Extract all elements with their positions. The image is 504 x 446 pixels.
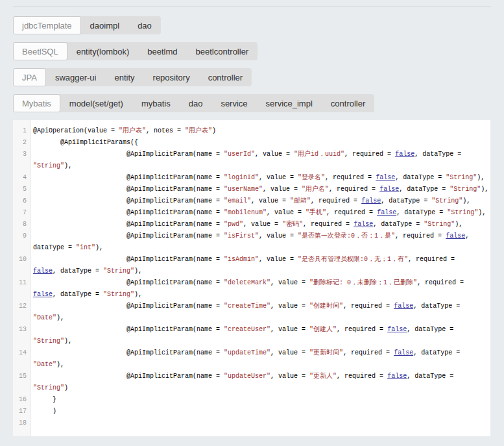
string-literal: "用户表" (185, 127, 212, 134)
keyword-false: false (376, 174, 395, 181)
tab-group-label-jpa[interactable]: JPA (13, 68, 46, 86)
code-line: 8 @ApiImplicitParam(name = "pwd", value … (13, 219, 490, 230)
line-number: 5 (13, 184, 30, 195)
code-plain: , required = (408, 256, 455, 263)
string-literal: "pwd" (224, 221, 243, 228)
string-literal: "createTime" (224, 303, 270, 310)
code-plain: , dataType = (413, 349, 460, 356)
code-plain: , required = (343, 303, 394, 310)
line-number: 6 (13, 195, 30, 207)
tab-item-jpa-entity[interactable]: entity (105, 68, 143, 86)
string-literal: "updateTime" (224, 349, 270, 356)
line-number: 7 (13, 207, 30, 219)
code-plain: , dataType = (373, 221, 424, 228)
tab-item-jdbctemplate-dao[interactable]: dao (128, 16, 161, 34)
string-literal: "邮箱" (290, 197, 311, 204)
code-plain: , value = (243, 221, 282, 228)
tab-item-beetlsql-entity-lombok[interactable]: entity(lombok) (67, 42, 139, 60)
tab-item-mybatis-model-set-get[interactable]: model(set/get) (60, 94, 132, 112)
string-literal: "是否具有管理员权限:0，无；1，有" (298, 256, 408, 263)
line-number: 11 (13, 277, 30, 301)
string-literal: "deleteMark" (224, 279, 270, 286)
tab-group-row-beetlsql: BeetlSQLentity(lombok)beetlmdbeetlcontro… (13, 42, 491, 60)
code-text (30, 417, 33, 429)
code-plain: ) (212, 127, 216, 134)
string-literal: "String" (103, 267, 134, 275)
tab-group-label-beetlsql[interactable]: BeetlSQL (13, 42, 67, 60)
tab-item-mybatis-mybatis[interactable]: mybatis (132, 94, 180, 112)
tab-item-jpa-controller[interactable]: controller (199, 68, 252, 86)
string-literal: "更新人" (309, 373, 337, 380)
code-plain: ), (134, 291, 142, 298)
string-literal: "用户名" (302, 186, 329, 193)
string-literal: "String" (33, 384, 64, 391)
code-text: @ApiImplicitParam(name = "email", value … (30, 195, 470, 207)
code-plain: } (33, 396, 56, 403)
code-plain: @ApiImplicitParams({ (33, 139, 138, 146)
code-text: } (30, 394, 56, 406)
string-literal: "String" (33, 338, 64, 345)
code-plain: ), (64, 338, 72, 345)
code-text: @ApiImplicitParam(name = "isFirst", valu… (30, 230, 469, 254)
code-plain: , value = (259, 256, 298, 263)
tab-group-jpa: JPAswagger-uientityrepositorycontroller (13, 68, 252, 86)
code-lines: 1@ApiOperation(value = "用户表", notes = "用… (13, 125, 490, 429)
string-literal: "loginId" (224, 174, 259, 181)
code-plain: ), (478, 209, 486, 216)
tab-item-mybatis-service[interactable]: service (211, 94, 256, 112)
tab-item-beetlsql-beetlcontroller[interactable]: beetlcontroller (187, 42, 258, 60)
tab-item-jdbctemplate-daoimpl[interactable]: daoimpl (81, 16, 129, 34)
line-number: 3 (13, 149, 30, 172)
code-plain: , required = (337, 326, 387, 333)
code-plain: , required = (311, 197, 361, 204)
code-plain: @ApiImplicitParam(name = (33, 151, 224, 158)
keyword-false: false (387, 373, 407, 380)
code-plain: , value = (255, 151, 294, 158)
code-plain: , dataType = (407, 326, 453, 333)
string-literal: "String" (103, 291, 134, 298)
code-plain: ), (64, 162, 72, 169)
code-text: @ApiOperation(value = "用户表", notes = "用户… (30, 125, 216, 137)
code-plain: @ApiImplicitParam(name = (33, 279, 224, 286)
keyword-false: false (361, 197, 381, 204)
line-number: 15 (13, 371, 30, 394)
line-number: 10 (13, 254, 30, 277)
code-line: 1@ApiOperation(value = "用户表", notes = "用… (13, 125, 490, 137)
string-literal: "String" (446, 174, 477, 181)
tab-item-beetlsql-beetlmd[interactable]: beetlmd (138, 42, 186, 60)
string-literal: "String" (431, 197, 462, 204)
tab-item-jpa-swagger-ui[interactable]: swagger-ui (46, 68, 106, 86)
line-number: 14 (13, 347, 30, 371)
code-text: @ApiImplicitParam(name = "loginId", valu… (30, 172, 485, 184)
tab-item-mybatis-service-impl[interactable]: service_impl (257, 94, 322, 112)
string-literal: "登录名" (298, 174, 325, 181)
code-plain: , dataType = (53, 267, 103, 275)
string-literal: "isAdmin" (224, 256, 259, 263)
string-literal: "createUser" (224, 326, 270, 333)
code-plain: , dataType = (413, 303, 460, 310)
string-literal: "Date" (33, 314, 56, 321)
string-literal: "mobilenum" (224, 209, 267, 216)
code-plain: , required = (325, 174, 376, 181)
string-literal: "创建人" (309, 326, 337, 333)
tab-group-label-jdbctemplate[interactable]: jdbcTemplate (13, 16, 81, 34)
code-line: 3 @ApiImplicitParam(name = "userId", val… (13, 149, 490, 172)
keyword-false: false (395, 151, 414, 158)
code-plain: , value = (259, 174, 298, 181)
tab-item-jpa-repository[interactable]: repository (144, 68, 199, 86)
string-literal: "用户id，uuid" (294, 151, 344, 158)
code-plain: @ApiOperation(value = (33, 127, 119, 134)
tab-item-mybatis-controller[interactable]: controller (322, 94, 374, 112)
line-number: 16 (13, 394, 30, 406)
tab-group-label-mybatis[interactable]: Mybatis (13, 94, 60, 112)
code-plain: , dataType = (407, 373, 453, 380)
code-plain: , value = (270, 349, 309, 356)
tab-item-mybatis-dao[interactable]: dao (180, 94, 212, 112)
code-text: @ApiImplicitParam(name = "updateUser", v… (30, 371, 453, 394)
string-literal: "String" (447, 209, 478, 216)
code-line: 18 (13, 417, 490, 429)
string-literal: "密码" (282, 221, 303, 228)
code-editor[interactable]: 1@ApiOperation(value = "用户表", notes = "用… (13, 120, 490, 436)
code-line: 14 @ApiImplicitParam(name = "updateTime"… (13, 347, 490, 371)
code-plain: , value = (263, 186, 302, 193)
